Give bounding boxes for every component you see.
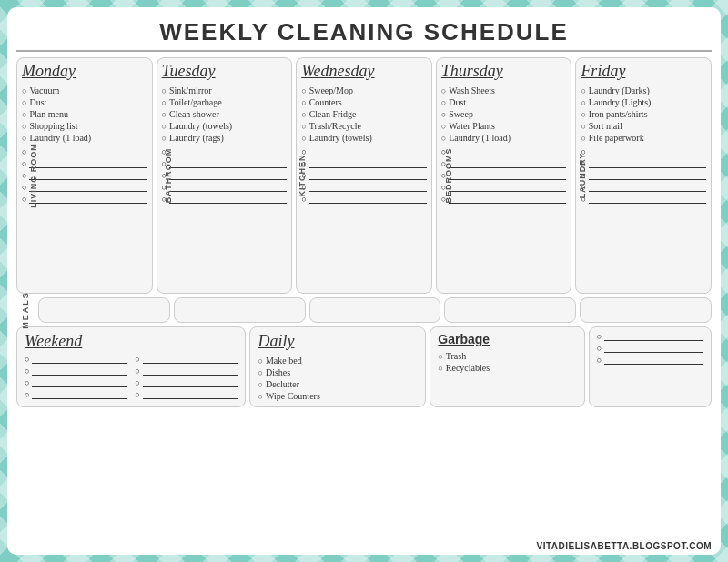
- task-item: Sweep/Mop: [301, 85, 427, 96]
- task-item: Trash/Recycle: [301, 120, 427, 132]
- task-item: Laundry (towels): [301, 132, 427, 144]
- weekend-col-1: [25, 355, 127, 402]
- task-item: Laundry (Darks): [581, 85, 706, 96]
- blank-line: [22, 171, 147, 180]
- day-card-monday: LIVING ROOMMondayVacuumDustPlan menuShop…: [16, 57, 153, 294]
- blank-line: [597, 344, 703, 353]
- task-item: Clean shower: [162, 108, 288, 120]
- task-item: File paperwork: [581, 132, 706, 144]
- task-item: Dust: [441, 96, 567, 108]
- section-label-wednesday: KITCHEN: [298, 155, 307, 197]
- blank-lines-tuesday: [162, 147, 288, 204]
- blank-line: [162, 147, 288, 156]
- meals-label-cell: MEALS: [16, 297, 35, 323]
- task-item: Laundry (1 load): [441, 132, 567, 144]
- day-name-friday: Friday: [581, 62, 706, 81]
- task-item: Laundry (towels): [162, 120, 288, 132]
- blank-line: [581, 147, 706, 156]
- day-name-tuesday: Tuesday: [162, 62, 288, 81]
- day-card-thursday: BEDROOMSThursdayWash SheetsDustSweepWate…: [436, 57, 572, 294]
- blank-line: [135, 378, 238, 387]
- meals-row: MEALS: [16, 297, 712, 323]
- task-item: Toilet/garbage: [162, 96, 288, 108]
- blank-line: [581, 183, 706, 192]
- blank-line: [22, 159, 147, 168]
- task-item: Wash Sheets: [441, 85, 567, 96]
- weekend-card: Weekend: [16, 326, 246, 407]
- blank-line: [162, 183, 288, 192]
- meals-card-4: [444, 297, 576, 323]
- extra-card: [589, 326, 712, 407]
- task-list-friday: Laundry (Darks)Laundry (Lights)Iron pant…: [581, 85, 706, 144]
- weekend-col-2: [135, 355, 238, 402]
- blank-lines-thursday: [441, 147, 567, 204]
- section-label-monday: LIVING ROOM: [29, 143, 38, 208]
- blank-line: [25, 390, 127, 399]
- days-grid: LIVING ROOMMondayVacuumDustPlan menuShop…: [16, 57, 712, 294]
- task-item: Laundry (Lights): [581, 96, 706, 108]
- garbage-task-item: Recyclables: [438, 362, 576, 374]
- blank-line: [441, 159, 567, 168]
- meals-card-2: [174, 297, 306, 323]
- task-item: Water Plants: [441, 120, 567, 132]
- daily-task-item: Dishes: [258, 366, 418, 378]
- task-list-thursday: Wash SheetsDustSweepWater PlantsLaundry …: [441, 85, 567, 144]
- day-card-tuesday: BATHROOMTuesdaySink/mirrorToilet/garbage…: [157, 57, 293, 294]
- task-list-tuesday: Sink/mirrorToilet/garbageClean showerLau…: [162, 85, 288, 144]
- day-card-friday: LAUNDRYFridayLaundry (Darks)Laundry (Lig…: [575, 57, 712, 294]
- section-label-friday: LAUNDRY: [579, 153, 588, 199]
- day-card-wednesday: KITCHENWednesdaySweep/MopCountersClean F…: [296, 57, 432, 294]
- daily-title: Daily: [258, 332, 418, 351]
- blank-line: [597, 356, 703, 365]
- meals-card-5: [580, 297, 712, 323]
- garbage-task-item: Trash: [438, 350, 576, 362]
- day-name-thursday: Thursday: [441, 62, 567, 81]
- meals-label: MEALS: [21, 291, 30, 329]
- task-list-monday: VacuumDustPlan menuShopping listLaundry …: [22, 85, 147, 144]
- blank-line: [22, 147, 147, 156]
- blank-line: [581, 195, 706, 204]
- bottom-section: WeekendDailyMake bedDishesDeclutterWipe …: [16, 326, 712, 407]
- task-item: Clean Fridge: [301, 108, 427, 120]
- day-name-monday: Monday: [22, 62, 147, 81]
- blank-line: [597, 332, 703, 341]
- blank-line: [135, 366, 238, 376]
- task-item: Laundry (1 load): [22, 132, 147, 144]
- blank-line: [25, 355, 127, 364]
- task-item: Iron pants/shirts: [581, 108, 706, 120]
- daily-task-item: Declutter: [258, 378, 418, 390]
- task-item: Dust: [22, 96, 147, 108]
- weekend-title: Weekend: [25, 332, 238, 351]
- blank-line: [162, 195, 288, 204]
- garbage-title: Garbage: [438, 332, 576, 346]
- weekend-grid: [25, 355, 238, 402]
- daily-task-list: Make bedDishesDeclutterWipe Counters: [258, 355, 418, 402]
- blank-line: [22, 195, 147, 204]
- daily-task-item: Make bed: [258, 355, 418, 366]
- blank-line: [25, 366, 127, 376]
- blank-lines-monday: [22, 147, 147, 204]
- watermark: VITADIELISABETTA.BLOGSPOT.COM: [537, 541, 712, 551]
- page-title: WEEKLY CLEANING SCHEDULE: [16, 15, 712, 52]
- task-item: Shopping list: [22, 120, 147, 132]
- blank-line: [135, 390, 238, 399]
- blank-line: [25, 378, 127, 387]
- day-name-wednesday: Wednesday: [301, 62, 427, 81]
- blank-line: [162, 171, 288, 180]
- task-item: Plan menu: [22, 108, 147, 120]
- blank-lines-friday: [581, 147, 706, 204]
- blank-line: [441, 147, 567, 156]
- task-list-wednesday: Sweep/MopCountersClean FridgeTrash/Recyc…: [301, 85, 427, 144]
- task-item: Sink/mirror: [162, 85, 288, 96]
- blank-line: [581, 171, 706, 180]
- blank-line: [441, 171, 567, 180]
- daily-card: DailyMake bedDishesDeclutterWipe Counter…: [249, 326, 426, 407]
- blank-line: [441, 195, 567, 204]
- blank-line: [22, 183, 147, 192]
- garbage-card: GarbageTrashRecyclables: [430, 326, 584, 407]
- task-item: Counters: [301, 96, 427, 108]
- blank-line: [301, 171, 427, 180]
- task-item: Sort mail: [581, 120, 706, 132]
- blank-line: [135, 355, 238, 364]
- section-label-tuesday: BATHROOM: [164, 148, 173, 203]
